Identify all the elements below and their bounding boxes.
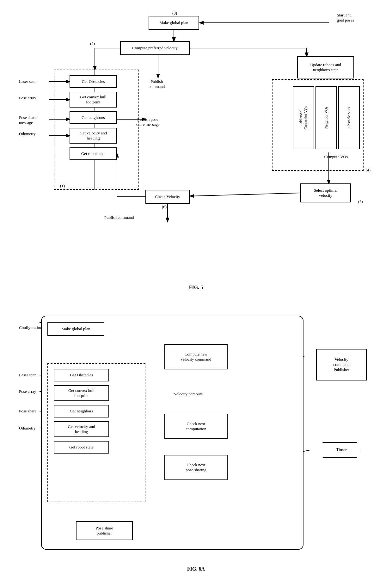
fig6a-make-global-plan: Make global plan: [47, 322, 104, 336]
fig6a-get-obstacles: Get Obstacles: [54, 369, 109, 381]
fig5-compute-vos-label: Compute VOs: [324, 154, 348, 159]
fig5-label-1: (1): [60, 183, 65, 189]
fig5-make-global-plan: Make global plan: [149, 16, 199, 30]
fig5-check-velocity: Check Velocity: [145, 190, 190, 204]
svg-line-13: [190, 193, 300, 196]
fig5-additional-vos: Additional Constraint VOs: [293, 86, 314, 149]
fig6a-figure-label: FIG. 6A: [13, 566, 379, 572]
fig5-label-6: (6): [162, 204, 167, 209]
fig6a-pose-array-label: Pose array: [19, 389, 36, 394]
fig6a-check-next-computation: Check next computation: [164, 414, 228, 439]
fig5-pose-array-label: Pose array: [19, 96, 36, 101]
fig6a-configuration-label: Configuration: [19, 325, 42, 330]
fig6a-get-robot-state: Get robot state: [54, 441, 109, 454]
fig6a-timer: Timer: [322, 442, 360, 458]
fig6a-get-neighbors: Get neighbors: [54, 405, 109, 417]
fig6a-velocity-publisher: Velocity command Publisher: [316, 349, 367, 380]
fig6a-pose-share-publisher: Pose share publisher: [76, 521, 133, 540]
fig5-obstacle-vos: Obstacle VOs: [338, 86, 360, 149]
fig5-publish-cmd-bot: Publish command: [104, 215, 134, 220]
fig6a-get-velocity: Get velocity and heading: [54, 421, 109, 437]
fig6a-compute-new-velocity: Compute new velocity command: [164, 344, 228, 369]
fig5-get-convex: Get convex hull footprint: [70, 92, 117, 108]
fig5-label-5: (5): [358, 199, 363, 204]
fig5-label-4: (4): [366, 168, 371, 173]
fig5-odometry-label: Odometry: [19, 131, 36, 136]
fig5-figure-label: FIG. 5: [13, 285, 379, 290]
fig6a-get-convex: Get convex hull footprint: [54, 385, 109, 401]
fig5-publish-pose: Publish pose share message: [136, 117, 160, 127]
fig6a-check-next-pose-sharing: Check next pose sharing: [164, 455, 228, 480]
fig6a-odometry-label: Odometry: [19, 426, 36, 431]
fig5-neighbor-vos: Neighbor VOs: [315, 86, 337, 149]
fig5-label-0: (0): [172, 11, 177, 16]
fig5-get-robot: Get robot state: [70, 147, 117, 160]
fig6a-velocity-compute-label: Velocity compute: [174, 392, 203, 397]
fig6a-laser-scan-label: Laser scan: [19, 373, 36, 378]
fig5-get-obstacles: Get Obstacles: [70, 75, 117, 88]
fig5-update-robot: Update robot's and neighbor's state: [297, 56, 354, 78]
fig5-compute-preferred: Compute preferred velocity: [120, 41, 190, 55]
fig5-label-2: (2): [90, 41, 95, 46]
fig5-start-goal: Start and goal poses: [337, 13, 354, 23]
fig6a-pose-share-label: Pose share: [19, 409, 36, 414]
fig5-get-velocity: Get velocity and heading: [70, 128, 117, 144]
fig5-select-optimal: Select optimal velocity: [300, 183, 351, 202]
fig5-laser-scan-label: Laser scan: [19, 79, 36, 84]
fig5-get-neighbors: Get neighbors: [70, 111, 117, 124]
fig5-publish-cmd-mid: Publish command: [149, 79, 165, 89]
fig5-pose-share-msg-label: Pose share message: [19, 115, 36, 125]
